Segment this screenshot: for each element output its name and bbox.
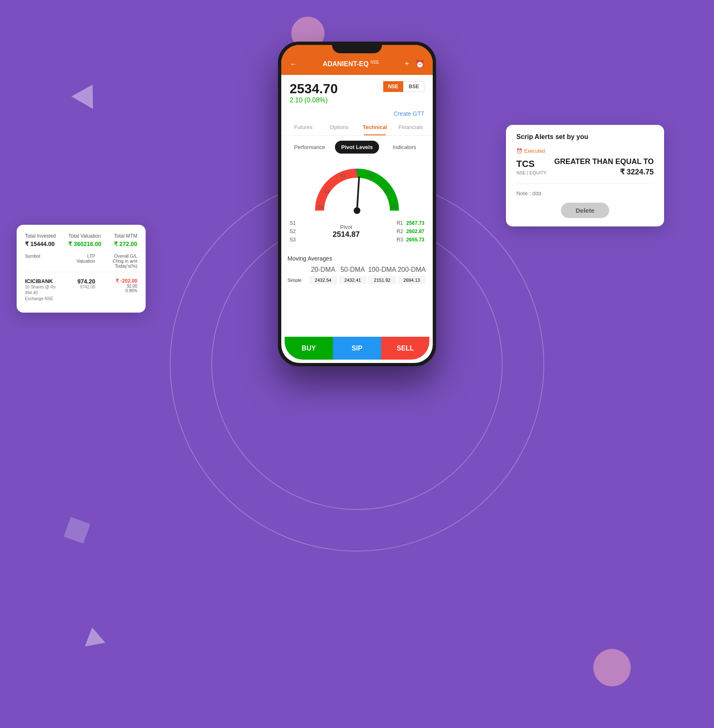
decorative-triangle-left xyxy=(72,78,104,109)
pivot-center: Pivot 2514.87 xyxy=(332,224,359,239)
svg-text:S1: S1 xyxy=(340,173,345,178)
svg-text:R3: R3 xyxy=(391,204,397,209)
total-valuation-stat: Total Valuation ₹ 360216.00 xyxy=(68,233,101,247)
ma-header: 20-DMA 50-DMA 100-DMA 200-DMA xyxy=(288,266,426,273)
ma-title: Moving Averages xyxy=(288,255,426,262)
alert-card-title: Scrip Alerts set by you xyxy=(516,133,654,141)
r3-row: R3 2655.73 xyxy=(397,236,424,244)
svg-text:S2: S2 xyxy=(324,189,330,194)
svg-text:R2: R2 xyxy=(384,189,390,194)
alert-condition: GREATER THAN EQUAL TO ₹ 3224.75 xyxy=(554,157,654,177)
tab-financials[interactable]: Financials xyxy=(393,119,429,135)
ma-simple-row: Simple 2432.54 2432.41 2151.92 2694.13 xyxy=(288,276,426,284)
alert-note: Note : ddd xyxy=(516,184,654,196)
phone-wrapper: ← ADANIENT-EQ NSE + ⏰ 2534.70 2.10 (0.08… xyxy=(278,42,436,366)
s3-row: S3 xyxy=(290,236,296,244)
sell-button[interactable]: SELL xyxy=(381,337,429,360)
phone-screen: ← ADANIENT-EQ NSE + ⏰ 2534.70 2.10 (0.08… xyxy=(281,45,433,363)
alert-stock-info: TCS NSE | EQUITY xyxy=(516,159,547,175)
delete-button[interactable]: Delete xyxy=(561,203,609,218)
phone-notch xyxy=(332,42,382,53)
pivot-data-row: S1 S2 S3 Pivot 2514.87 xyxy=(290,219,424,244)
support-levels: S1 S2 S3 xyxy=(290,219,296,244)
svg-text:S3: S3 xyxy=(317,204,323,209)
phone-device: ← ADANIENT-EQ NSE + ⏰ 2534.70 2.10 (0.08… xyxy=(278,42,436,366)
nse-button[interactable]: NSE xyxy=(383,81,404,92)
total-invested-stat: Total Invested ₹ 15444.00 xyxy=(25,233,56,247)
portfolio-summary: Total Invested ₹ 15444.00 Total Valuatio… xyxy=(25,233,137,247)
svg-point-1 xyxy=(354,207,360,214)
buy-button[interactable]: BUY xyxy=(285,337,333,360)
header-title: ADANIENT-EQ NSE xyxy=(297,60,404,68)
tabs-container: Futures Options Technical Financials xyxy=(281,119,433,136)
tab-futures[interactable]: Futures xyxy=(285,119,321,135)
add-icon[interactable]: + xyxy=(404,60,409,69)
stock-ltp-info: 974.20 9742.00 xyxy=(67,278,95,289)
stock-change: 2.10 (0.08%) xyxy=(290,97,424,104)
portfolio-table-header: Symbol LTP Valuation Overall G/L Chng in… xyxy=(25,253,137,272)
decorative-triangle-bottom xyxy=(82,626,106,646)
sub-tab-pivot-levels[interactable]: Pivot Levels xyxy=(335,141,379,154)
bottom-buttons: BUY SIP SELL xyxy=(285,337,429,360)
resistance-levels: R1 2567.73 R2 2602.87 R3 2655.73 xyxy=(397,219,424,244)
sub-tab-indicators[interactable]: Indicators xyxy=(382,141,426,154)
total-mtm-stat: Total MTM ₹ 272.00 xyxy=(114,233,137,247)
stock-gl-info: ₹ -202.00 92.00 0.95% xyxy=(95,278,137,293)
executed-badge: ⏰ Executed xyxy=(516,148,545,154)
decorative-square-left xyxy=(64,517,90,544)
svg-text:R1: R1 xyxy=(369,173,374,178)
gauge-svg: S2 S3 S1 P R1 R2 R3 xyxy=(311,165,403,217)
portfolio-stock-row: ICICIBANK 10 Shares @ Rs 994.40 Exchange… xyxy=(25,276,137,304)
alert-stock-row: TCS NSE | EQUITY GREATER THAN EQUAL TO ₹… xyxy=(516,157,654,177)
exchange-buttons: NSE BSE xyxy=(383,81,424,92)
decorative-circle-bottom xyxy=(593,649,631,686)
s1-row: S1 xyxy=(290,219,296,227)
alert-icon[interactable]: ⏰ xyxy=(415,60,424,69)
alert-card: Scrip Alerts set by you ⏰ Executed TCS N… xyxy=(506,125,664,226)
sub-tab-performance[interactable]: Performance xyxy=(288,141,332,154)
svg-text:P: P xyxy=(355,168,358,173)
sub-tabs-container: Performance Pivot Levels Indicators xyxy=(281,136,433,159)
stock-price-section: 2534.70 2.10 (0.08%) NSE BSE xyxy=(281,75,433,108)
gauge-section: S2 S3 S1 P R1 R2 R3 S1 xyxy=(281,159,433,250)
portfolio-card: Total Invested ₹ 15444.00 Total Valuatio… xyxy=(17,225,146,313)
bse-button[interactable]: BSE xyxy=(403,81,424,92)
tab-technical[interactable]: Technical xyxy=(357,119,393,135)
r1-row: R1 2567.73 xyxy=(397,219,424,227)
tab-options[interactable]: Options xyxy=(321,119,357,135)
create-gtt-link[interactable]: Create GTT xyxy=(281,108,433,119)
moving-averages-section: Moving Averages 20-DMA 50-DMA 100-DMA 20… xyxy=(281,250,433,291)
back-icon[interactable]: ← xyxy=(290,60,297,69)
stock-symbol-info: ICICIBANK 10 Shares @ Rs 994.40 Exchange… xyxy=(25,278,67,302)
svg-line-0 xyxy=(357,177,359,211)
r2-row: R2 2602.87 xyxy=(397,227,424,236)
sip-button[interactable]: SIP xyxy=(333,337,381,360)
s2-row: S2 xyxy=(290,227,296,236)
